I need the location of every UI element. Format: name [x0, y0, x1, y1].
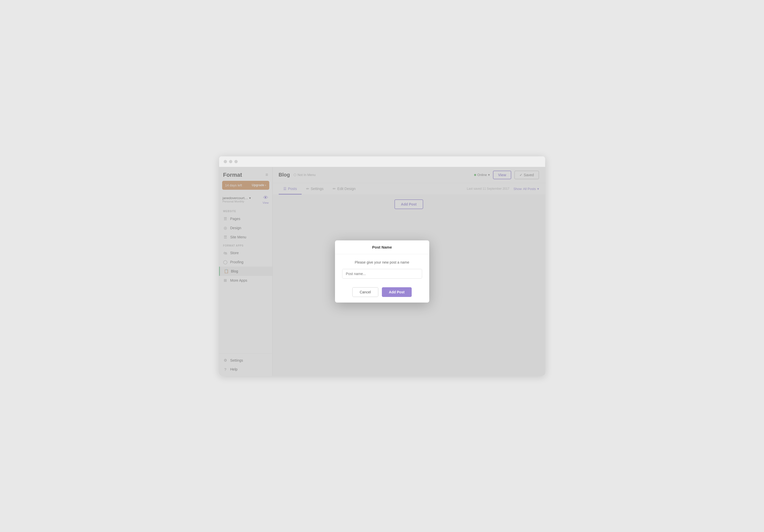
modal-overlay: Post Name Please give your new post a na… [219, 167, 545, 376]
modal-body: Please give your new post a name [335, 254, 429, 283]
modal-footer: Cancel Add Post [335, 283, 429, 302]
browser-window: Format ≡ 14 days left Upgrade › janedove… [219, 156, 545, 376]
modal-title: Post Name [372, 245, 392, 249]
modal-description: Please give your new post a name [342, 260, 422, 265]
app-layout: Format ≡ 14 days left Upgrade › janedove… [219, 167, 545, 376]
browser-dot-red [224, 160, 227, 163]
browser-dot-yellow [229, 160, 232, 163]
post-name-modal: Post Name Please give your new post a na… [335, 241, 429, 302]
cancel-button[interactable]: Cancel [352, 287, 378, 297]
browser-chrome [219, 156, 545, 167]
modal-add-post-button[interactable]: Add Post [382, 287, 412, 297]
browser-dot-green [234, 160, 238, 163]
post-name-input[interactable] [342, 269, 422, 278]
modal-header: Post Name [335, 241, 429, 254]
